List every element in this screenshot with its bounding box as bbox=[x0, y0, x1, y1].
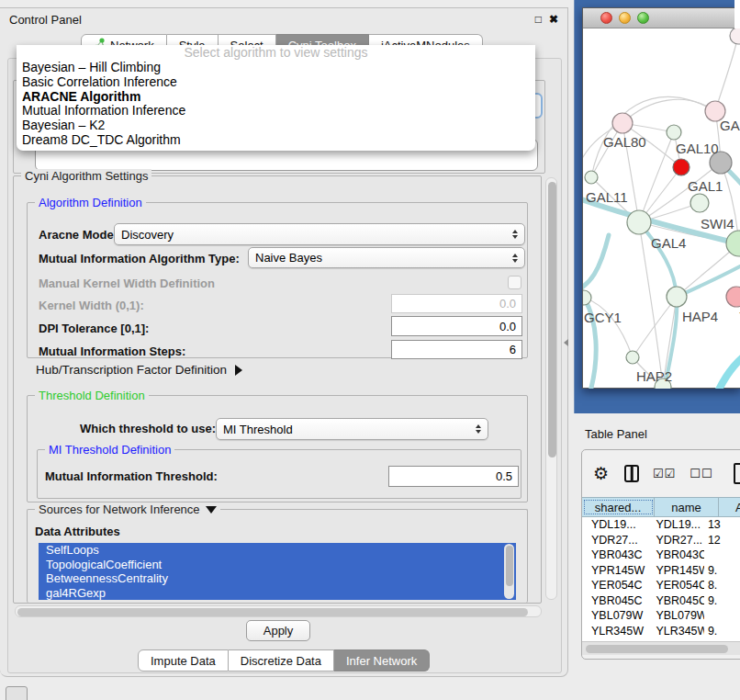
table-row[interactable]: YPR145WYPR145W9. bbox=[582, 563, 740, 579]
network-node[interactable] bbox=[626, 351, 639, 364]
attribute-item-betweennesscentrality[interactable]: BetweennessCentrality bbox=[39, 571, 516, 586]
mi-threshold-field[interactable]: 0.5 bbox=[388, 466, 519, 487]
attribute-item-topologicalcoefficient[interactable]: TopologicalCoefficient bbox=[39, 558, 516, 572]
threshold-definition-group: Threshold Definition Which threshold to … bbox=[27, 395, 528, 502]
dropdown-item-basic-correlation-inference[interactable]: Basic Correlation Inference bbox=[17, 75, 535, 90]
table-horizontal-scrollbar[interactable] bbox=[582, 641, 740, 655]
table-cell: YDL19... bbox=[646, 518, 704, 531]
mi-steps-field[interactable]: 6 bbox=[391, 340, 522, 359]
table-cell: 9. bbox=[704, 594, 740, 607]
mi-threshold-value: 0.5 bbox=[496, 469, 512, 483]
kernel-width-value: 0.0 bbox=[499, 297, 516, 310]
which-threshold-label: Which threshold to use: bbox=[80, 422, 216, 435]
table-cell: YDR27... bbox=[582, 534, 646, 547]
dropdown-item-bayesian-k2[interactable]: Bayesian – K2 bbox=[17, 119, 535, 133]
table-cell: 9. bbox=[704, 564, 740, 577]
mi-threshold-definition-group: MI Threshold Definition Mutual Informati… bbox=[37, 449, 521, 499]
network-canvas[interactable]: GALGAL80GAL10GAL1GAL11SWI4GAL4GCY1HAP4YH… bbox=[583, 28, 740, 389]
network-edge bbox=[717, 350, 740, 389]
dropdown-item-aracne-algorithm[interactable]: ARACNE Algorithm bbox=[17, 90, 535, 105]
select-all-icon[interactable]: ☑☑ bbox=[653, 467, 676, 480]
tab-discretize-data[interactable]: Discretize Data bbox=[229, 649, 334, 672]
network-node[interactable] bbox=[667, 287, 687, 307]
table-cell: YBR043C bbox=[582, 548, 646, 561]
mi-threshold-label: Mutual Information Threshold: bbox=[45, 469, 218, 483]
traffic-zoom-button[interactable] bbox=[637, 12, 649, 24]
network-node[interactable] bbox=[690, 194, 709, 212]
split-table-icon[interactable] bbox=[624, 465, 639, 482]
which-threshold-value: MI Threshold bbox=[223, 423, 293, 436]
settings-horizontal-scrollbar[interactable] bbox=[15, 605, 542, 617]
table-row[interactable]: YLR345WYLR345W9. bbox=[582, 624, 740, 639]
table-cell: 9. bbox=[704, 625, 740, 638]
tab-impute-data[interactable]: Impute Data bbox=[138, 649, 229, 672]
sources-group-title[interactable]: Sources for Network Inference bbox=[35, 502, 220, 516]
network-node[interactable] bbox=[673, 159, 690, 175]
scrollbar-thumb[interactable] bbox=[548, 182, 556, 457]
mi-type-combo[interactable]: Naive Bayes bbox=[248, 247, 525, 268]
network-node[interactable] bbox=[667, 125, 681, 140]
manual-kernel-checkbox[interactable] bbox=[508, 276, 521, 289]
dpi-tolerance-field[interactable]: 0.0 bbox=[391, 316, 522, 336]
network-node-label: GAL4 bbox=[651, 235, 686, 251]
hub-definition-label: Hub/Transcription Factor Definition bbox=[36, 363, 227, 377]
traffic-close-button[interactable] bbox=[600, 12, 612, 24]
kernel-width-field[interactable]: 0.0 bbox=[391, 294, 522, 313]
aracne-mode-combo[interactable]: Discovery bbox=[114, 223, 525, 245]
column-header-a[interactable]: A bbox=[719, 498, 740, 516]
table-cell: YBL079W bbox=[582, 609, 646, 622]
table-row[interactable]: YDR27...YDR27...12 bbox=[582, 533, 740, 548]
network-node[interactable] bbox=[627, 210, 651, 234]
panel-splitter-handle[interactable] bbox=[564, 339, 568, 346]
table-cell: 12 bbox=[704, 534, 740, 547]
table-row[interactable]: YBR043CYBR043C bbox=[582, 548, 740, 563]
network-node-label: GAL11 bbox=[586, 189, 628, 205]
scrollbar-thumb[interactable] bbox=[586, 645, 728, 653]
table-cell: YPR145W bbox=[646, 564, 704, 577]
traffic-minimize-button[interactable] bbox=[619, 12, 631, 24]
scrollbar-thumb[interactable] bbox=[506, 546, 513, 586]
settings-vertical-scrollbar[interactable] bbox=[545, 177, 557, 600]
tab-label: Discretize Data bbox=[241, 654, 321, 668]
unselect-all-icon[interactable]: ☐☐ bbox=[690, 467, 712, 480]
table-row[interactable]: YBR045CYBR045C9. bbox=[582, 593, 740, 609]
mi-steps-value: 6 bbox=[510, 343, 516, 356]
network-view-window: GALGAL80GAL10GAL1GAL11SWI4GAL4GCY1HAP4YH… bbox=[582, 7, 740, 389]
attributes-list-scrollbar[interactable] bbox=[504, 544, 514, 599]
hub-definition-toggle[interactable]: Hub/Transcription Factor Definition bbox=[36, 363, 242, 377]
table-row[interactable]: YBL079WYBL079W bbox=[582, 608, 740, 624]
column-header-shared[interactable]: shared... bbox=[582, 498, 655, 516]
tab-infer-network[interactable]: Infer Network bbox=[334, 649, 430, 672]
dropdown-item-bayesian-hill-climbing[interactable]: Bayesian – Hill Climbing bbox=[17, 61, 535, 75]
mi-type-label: Mutual Information Algorithm Type: bbox=[39, 252, 240, 265]
float-window-icon[interactable]: □ bbox=[535, 13, 542, 26]
dropdown-item-dream8-dc-tdc-algorithm[interactable]: Dream8 DC_TDC Algorithm bbox=[17, 133, 535, 148]
cyni-mode-tab-bar: Impute DataDiscretize DataInfer Network bbox=[138, 649, 430, 672]
scrollbar-thumb[interactable] bbox=[17, 608, 528, 616]
network-node[interactable] bbox=[612, 113, 633, 133]
attribute-item-selfloops[interactable]: SelfLoops bbox=[39, 543, 516, 558]
table-cell: YLR345W bbox=[582, 625, 646, 638]
network-edge bbox=[622, 99, 715, 123]
table-row[interactable]: YDL19...YDL19...13 bbox=[582, 517, 740, 533]
algorithm-definition-title: Algorithm Definition bbox=[35, 196, 146, 209]
table-row[interactable]: YER054CYER054C8. bbox=[582, 578, 740, 593]
data-attributes-list[interactable]: SelfLoopsTopologicalCoefficientBetweenne… bbox=[39, 543, 516, 600]
close-window-icon[interactable]: ✖ bbox=[549, 13, 558, 26]
network-node[interactable] bbox=[726, 287, 740, 307]
attribute-item-gal4rgexp[interactable]: gal4RGexp bbox=[39, 586, 516, 600]
table-cell: YBL079W bbox=[646, 609, 704, 622]
gear-icon[interactable]: ⚙ bbox=[593, 463, 609, 484]
network-node[interactable] bbox=[583, 290, 591, 305]
column-header-name[interactable]: name bbox=[655, 498, 719, 516]
network-window-titlebar[interactable] bbox=[583, 8, 740, 28]
table-cell: YBR045C bbox=[646, 594, 704, 607]
which-threshold-combo[interactable]: MI Threshold bbox=[216, 418, 488, 440]
network-node[interactable] bbox=[585, 171, 598, 184]
minimized-panel-button[interactable] bbox=[6, 686, 28, 700]
network-node-label: HAP4 bbox=[682, 309, 718, 324]
dropdown-item-mutual-information-inference[interactable]: Mutual Information Inference bbox=[17, 104, 535, 119]
network-node[interactable] bbox=[730, 28, 740, 44]
apply-button[interactable]: Apply bbox=[246, 620, 310, 641]
file-icon[interactable] bbox=[734, 463, 740, 484]
